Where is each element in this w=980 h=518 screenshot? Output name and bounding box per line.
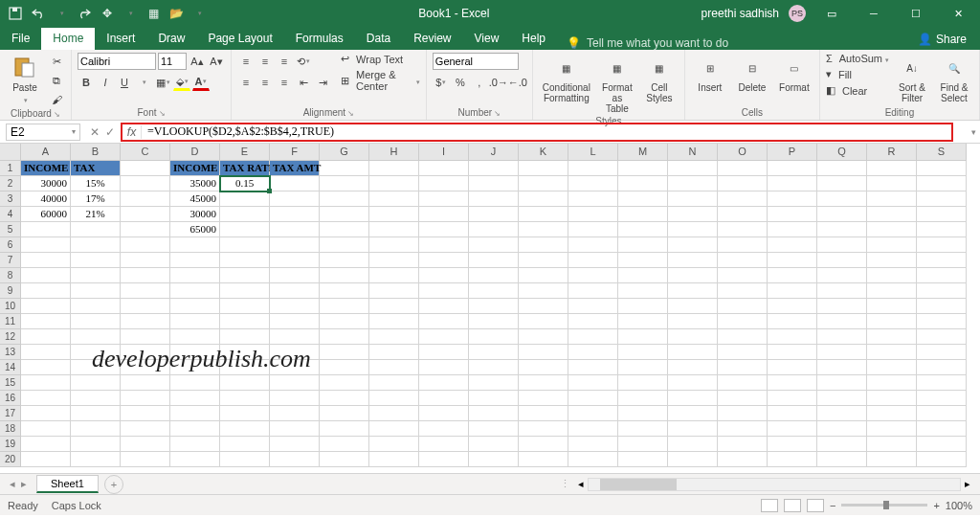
fill-button[interactable]: ▾ Fill [826,68,889,80]
enter-formula-icon[interactable]: ✓ [105,125,115,139]
cell-A7[interactable] [21,253,71,268]
cell-R9[interactable] [867,283,917,299]
cell-F20[interactable] [270,452,320,467]
cell-C3[interactable] [121,191,170,207]
cell-P5[interactable] [768,222,817,237]
cell-B20[interactable] [71,452,121,467]
cell-Q10[interactable] [817,299,867,314]
cell-I15[interactable] [419,375,469,391]
row-header[interactable]: 4 [0,207,21,222]
cell-J2[interactable] [469,176,519,191]
cell-J12[interactable] [469,329,519,345]
user-name[interactable]: preethi sadhish [702,7,779,20]
cell-H13[interactable] [369,345,419,360]
cell-Q4[interactable] [817,207,867,222]
cell-G14[interactable] [320,360,369,375]
cell-F19[interactable] [270,437,320,452]
zoom-knob[interactable] [883,501,889,509]
cell-D19[interactable] [170,437,220,452]
cell-E1[interactable]: TAX RATE [220,161,270,176]
cell-N7[interactable] [668,253,718,268]
cell-S2[interactable] [917,176,967,191]
row-header[interactable]: 15 [0,375,21,391]
align-middle-button[interactable]: ≡ [256,53,274,70]
cell-P9[interactable] [768,283,817,299]
font-color-button[interactable]: A [192,74,210,91]
cell-C2[interactable] [121,176,170,191]
cell-S10[interactable] [917,299,967,314]
cell-R20[interactable] [867,452,917,467]
cell-R12[interactable] [867,329,917,345]
cell-G7[interactable] [320,253,369,268]
cell-C10[interactable] [121,299,170,314]
tab-help[interactable]: Help [510,28,557,50]
cell-P7[interactable] [768,253,817,268]
cell-M13[interactable] [618,345,668,360]
view-layout-button[interactable] [784,499,801,512]
cell-S19[interactable] [917,437,967,452]
cell-O16[interactable] [718,391,768,406]
cell-L14[interactable] [568,360,618,375]
column-header[interactable]: O [718,144,768,161]
cell-H14[interactable] [369,360,419,375]
align-center-button[interactable]: ≡ [256,74,274,91]
cell-H15[interactable] [369,375,419,391]
cell-O2[interactable] [718,176,768,191]
cell-B9[interactable] [71,283,121,299]
cell-S15[interactable] [917,375,967,391]
cell-D5[interactable]: 65000 [170,222,220,237]
cell-E16[interactable] [220,391,270,406]
cell-H18[interactable] [369,421,419,437]
cell-S14[interactable] [917,360,967,375]
increase-font-button[interactable]: A▴ [189,53,206,70]
cell-B12[interactable] [71,329,121,345]
cell-D6[interactable] [170,237,220,253]
column-header[interactable]: K [519,144,568,161]
cell-N3[interactable] [668,191,718,207]
cell-A20[interactable] [21,452,71,467]
cell-Q16[interactable] [817,391,867,406]
cell-P17[interactable] [768,406,817,421]
cell-M10[interactable] [618,299,668,314]
cell-C15[interactable] [121,375,170,391]
cell-D20[interactable] [170,452,220,467]
cell-S4[interactable] [917,207,967,222]
tab-page-layout[interactable]: Page Layout [196,28,283,50]
cell-H12[interactable] [369,329,419,345]
cell-O15[interactable] [718,375,768,391]
cell-B17[interactable] [71,406,121,421]
cell-G19[interactable] [320,437,369,452]
cell-G9[interactable] [320,283,369,299]
cell-L11[interactable] [568,314,618,329]
cell-J14[interactable] [469,360,519,375]
cell-S16[interactable] [917,391,967,406]
add-sheet-button[interactable]: + [104,475,123,494]
view-break-button[interactable] [807,499,824,512]
open-icon[interactable]: 📂 [168,6,184,21]
cell-F5[interactable] [270,222,320,237]
cell-J11[interactable] [469,314,519,329]
cell-C17[interactable] [121,406,170,421]
cell-R1[interactable] [867,161,917,176]
cell-P16[interactable] [768,391,817,406]
cell-N2[interactable] [668,176,718,191]
cell-styles-button[interactable]: ▦Cell Styles [640,53,679,105]
cell-N10[interactable] [668,299,718,314]
cell-S1[interactable] [917,161,967,176]
cell-O12[interactable] [718,329,768,345]
cell-F8[interactable] [270,268,320,283]
cell-G3[interactable] [320,191,369,207]
cell-B19[interactable] [71,437,121,452]
cells-container[interactable]: INCOMETAXINCOMETAX RATETAX AMT3000015%35… [21,161,967,467]
cell-A11[interactable] [21,314,71,329]
cell-B16[interactable] [71,391,121,406]
number-launcher[interactable] [494,107,501,118]
cell-K9[interactable] [519,283,568,299]
cell-D1[interactable]: INCOME [170,161,220,176]
italic-button[interactable]: I [97,74,114,91]
cell-F1[interactable]: TAX AMT [270,161,320,176]
cell-I7[interactable] [419,253,469,268]
cell-I5[interactable] [419,222,469,237]
cell-F17[interactable] [270,406,320,421]
cell-L8[interactable] [568,268,618,283]
